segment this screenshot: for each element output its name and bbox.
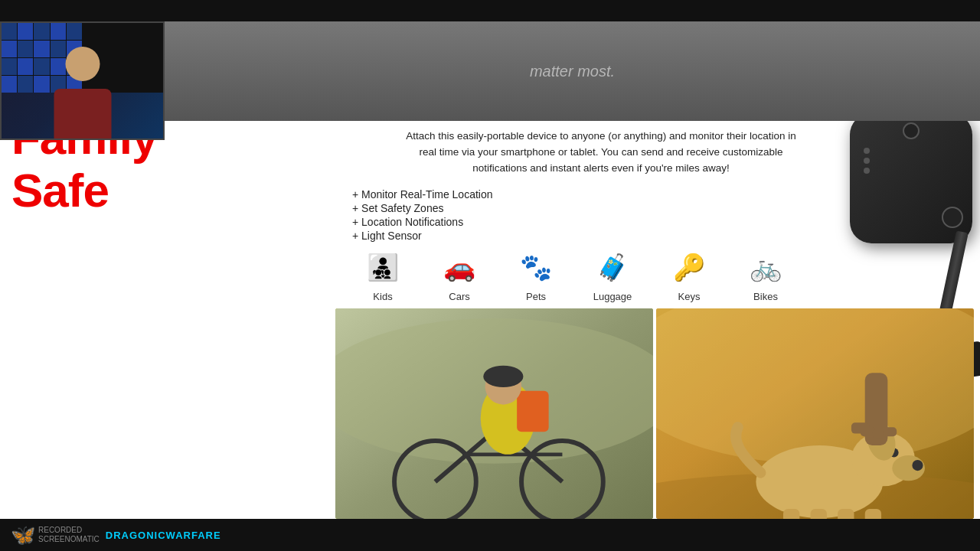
svg-point-11 bbox=[483, 366, 523, 387]
icon-label-keys: Keys bbox=[678, 291, 701, 302]
photo-cyclist bbox=[335, 308, 653, 519]
icon-item-pets: 🐾 Pets bbox=[498, 247, 574, 302]
webcam-overlay bbox=[0, 21, 165, 140]
svg-point-13 bbox=[656, 308, 974, 464]
svg-rect-22 bbox=[811, 509, 827, 519]
icon-item-bikes: 🚲 Bikes bbox=[727, 247, 804, 302]
icon-keys: 🔑 bbox=[669, 247, 709, 287]
icon-item-cars: 🚗 Cars bbox=[421, 247, 498, 302]
icon-label-kids: Kids bbox=[373, 291, 392, 302]
feature-item: + Light Sensor bbox=[352, 229, 888, 243]
hero-text: matter most. bbox=[530, 63, 615, 80]
icon-pets: 🐾 bbox=[516, 247, 556, 287]
icon-cars: 🚗 bbox=[439, 247, 479, 287]
description-section: Attach this easily-portable device to an… bbox=[329, 121, 888, 243]
description-paragraph: Attach this easily-portable device to an… bbox=[398, 121, 819, 177]
icon-item-kids: 👨‍👧‍👦 Kids bbox=[345, 247, 421, 302]
top-bar bbox=[0, 0, 980, 21]
icon-kids: 👨‍👧‍👦 bbox=[363, 247, 403, 287]
features-list: + Monitor Real-Time Location+ Set Safety… bbox=[329, 187, 888, 243]
icon-label-cars: Cars bbox=[449, 291, 469, 302]
icon-item-keys: 🔑 Keys bbox=[651, 247, 727, 302]
hero-area: matter most. bbox=[165, 21, 980, 121]
device-button-top bbox=[903, 122, 920, 139]
bottom-bar: 🦋 RECORDEDSCREENOMATIC DRAGONICWARFARE bbox=[0, 519, 980, 551]
device-button-side bbox=[942, 207, 963, 228]
headline-line3: Safe bbox=[11, 165, 165, 217]
feature-item: + Location Notifications bbox=[352, 215, 888, 229]
device-dots bbox=[864, 148, 870, 174]
icon-label-luggage: Luggage bbox=[593, 291, 632, 302]
icon-label-bikes: Bikes bbox=[753, 291, 778, 302]
svg-rect-29 bbox=[883, 427, 897, 436]
feature-item: + Set Safety Zones bbox=[352, 201, 888, 215]
svg-rect-24 bbox=[865, 509, 881, 519]
feature-item: + Monitor Real-Time Location bbox=[352, 187, 888, 201]
bottom-watermark: DRAGONICWARFARE bbox=[106, 530, 221, 541]
main-content: Attach this easily-portable device to an… bbox=[165, 121, 980, 519]
icon-label-pets: Pets bbox=[526, 291, 546, 302]
icon-luggage: 🧳 bbox=[593, 247, 632, 287]
recorder-label: RECORDEDSCREENOMATIC bbox=[38, 526, 100, 544]
icon-item-luggage: 🧳 Luggage bbox=[574, 247, 651, 302]
images-row bbox=[329, 308, 980, 519]
photo-dog bbox=[656, 308, 974, 519]
icons-row: 👨‍👧‍👦 Kids 🚗 Cars 🐾 Pets 🧳 Luggage 🔑 Key… bbox=[329, 247, 980, 302]
recorder-icon: 🦋 bbox=[11, 525, 35, 545]
device-body bbox=[850, 121, 972, 243]
svg-rect-23 bbox=[838, 509, 854, 519]
svg-point-18 bbox=[912, 460, 923, 471]
icon-bikes: 🚲 bbox=[746, 247, 786, 287]
svg-rect-9 bbox=[517, 391, 549, 432]
recorder-area: 🦋 RECORDEDSCREENOMATIC bbox=[11, 525, 100, 545]
svg-rect-21 bbox=[783, 509, 799, 519]
